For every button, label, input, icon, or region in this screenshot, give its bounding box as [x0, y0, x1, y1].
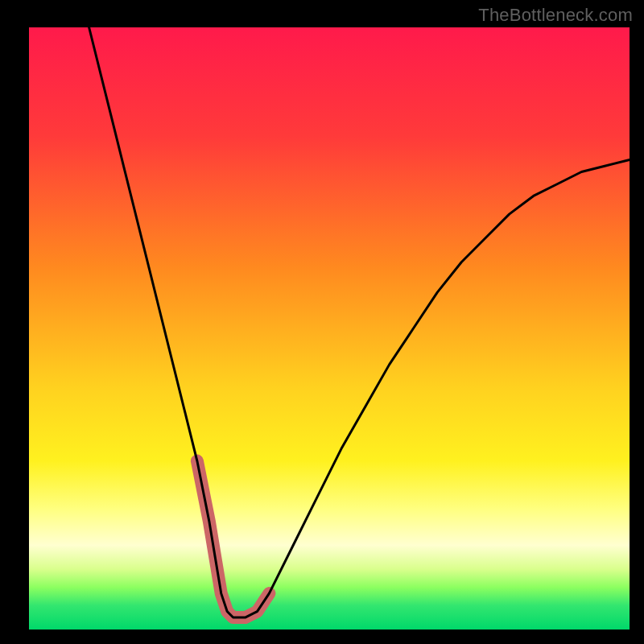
chart-stage: TheBottleneck.com: [0, 0, 644, 644]
bottleneck-chart: [0, 0, 644, 644]
watermark-text: TheBottleneck.com: [478, 5, 633, 26]
plot-background: [29, 27, 630, 630]
